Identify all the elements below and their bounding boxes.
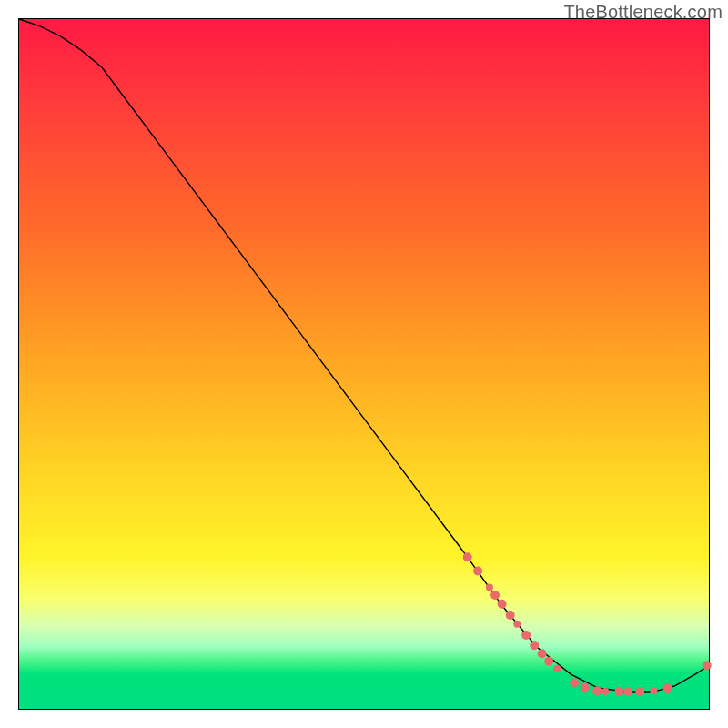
data-marker [635, 687, 644, 696]
data-marker [614, 687, 623, 696]
data-marker [553, 665, 561, 672]
data-marker [521, 631, 531, 640]
data-marker [570, 678, 579, 687]
data-marker [513, 621, 521, 628]
chart-svg [19, 19, 709, 709]
data-marker [544, 657, 553, 666]
data-marker [463, 552, 472, 561]
data-marker [506, 611, 515, 620]
data-marker [486, 584, 493, 592]
data-markers [463, 552, 712, 696]
data-marker [530, 641, 539, 650]
data-marker [538, 649, 547, 658]
data-marker [703, 661, 712, 670]
data-marker [663, 683, 672, 693]
data-marker [623, 687, 632, 696]
data-marker [581, 683, 590, 693]
data-marker [473, 566, 482, 575]
data-marker [490, 591, 500, 600]
data-marker [650, 687, 657, 694]
bottleneck-curve [19, 19, 709, 692]
data-marker [592, 686, 602, 695]
chart-container: TheBottleneck.com [0, 0, 728, 728]
data-marker [602, 688, 609, 695]
data-marker [498, 600, 507, 609]
plot-area [18, 18, 710, 710]
